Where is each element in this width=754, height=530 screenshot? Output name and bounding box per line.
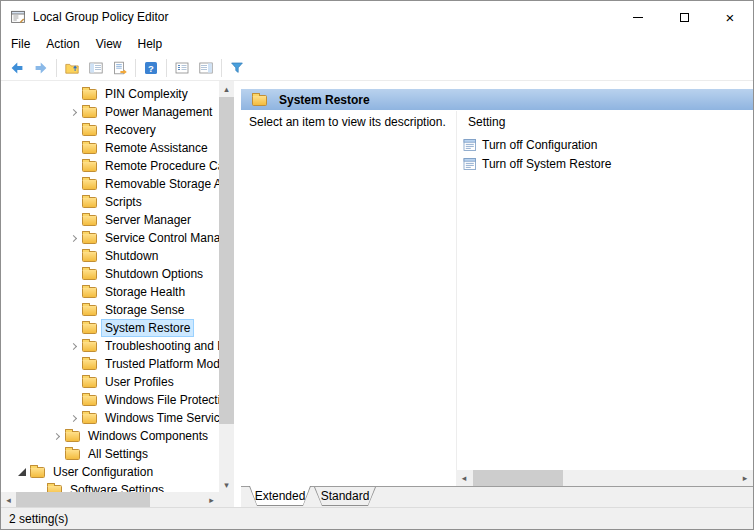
tree-item-all-settings[interactable]: All Settings <box>1 445 219 463</box>
triangle-down-icon: ▾ <box>224 480 229 490</box>
setting-label[interactable]: Turn off Configuration <box>482 138 597 152</box>
tree-item-recovery[interactable]: Recovery <box>1 121 219 139</box>
tree-item-label[interactable]: Removable Storage Ac <box>101 175 219 193</box>
tree-item-label[interactable]: All Settings <box>84 445 152 463</box>
show-hide-action-pane-button[interactable] <box>195 57 217 79</box>
horizontal-scroll-thumb[interactable] <box>473 470 563 486</box>
chevron-collapsed-icon[interactable] <box>65 416 82 421</box>
details-list-button[interactable] <box>171 57 193 79</box>
tree-item-remote-procedure-cal[interactable]: Remote Procedure Cal <box>1 157 219 175</box>
status-text: 2 setting(s) <box>9 512 68 526</box>
tree-item-label[interactable]: Windows Components <box>84 427 212 445</box>
minimize-icon <box>633 17 643 18</box>
tree-item-troubleshooting-and-d[interactable]: Troubleshooting and D <box>1 337 219 355</box>
tree-item-label[interactable]: Recovery <box>101 121 160 139</box>
menu-file[interactable]: File <box>3 34 38 55</box>
scroll-right-button[interactable]: ▸ <box>737 470 753 486</box>
folder-icon <box>82 305 97 316</box>
chevron-collapsed-icon[interactable] <box>65 110 82 115</box>
minimize-button[interactable] <box>615 1 661 33</box>
setting-item[interactable]: Turn off Configuration <box>463 135 751 154</box>
forward-button[interactable] <box>30 57 52 79</box>
tree-item-software-settings[interactable]: Software Settings <box>1 481 219 492</box>
vertical-scroll-thumb[interactable] <box>219 97 234 424</box>
tree-item-remote-assistance[interactable]: Remote Assistance <box>1 139 219 157</box>
tree-item-label[interactable]: Shutdown Options <box>101 265 207 283</box>
tree-item-storage-sense[interactable]: Storage Sense <box>1 301 219 319</box>
back-icon <box>9 60 25 76</box>
chevron-collapsed-icon[interactable] <box>65 236 82 241</box>
results-horizontal-scrollbar[interactable]: ◂ ▸ <box>456 470 753 486</box>
tree-item-shutdown-options[interactable]: Shutdown Options <box>1 265 219 283</box>
tree-item-label[interactable]: Trusted Platform Mod <box>101 355 219 373</box>
chevron-collapsed-icon[interactable] <box>65 344 82 349</box>
setting-label[interactable]: Turn off System Restore <box>482 157 611 171</box>
show-hide-console-tree-button[interactable] <box>85 57 107 79</box>
tree-item-user-configuration[interactable]: User Configuration <box>1 463 219 481</box>
tree-item-label[interactable]: Service Control Manag <box>101 229 219 247</box>
tree-item-label[interactable]: Windows File Protectio <box>101 391 219 409</box>
tree-item-windows-file-protectio[interactable]: Windows File Protectio <box>1 391 219 409</box>
tree-item-label[interactable]: User Profiles <box>101 373 178 391</box>
tree-item-pin-complexity[interactable]: PIN Complexity <box>1 85 219 103</box>
tree-item-service-control-manag[interactable]: Service Control Manag <box>1 229 219 247</box>
window: Local Group Policy Editor × FileActionVi… <box>0 0 754 530</box>
tree-item-system-restore[interactable]: System Restore <box>1 319 219 337</box>
menu-action[interactable]: Action <box>38 34 87 55</box>
close-button[interactable]: × <box>707 1 753 33</box>
folder-icon <box>82 125 97 136</box>
maximize-button[interactable] <box>661 1 707 33</box>
tree-item-label[interactable]: Scripts <box>101 193 146 211</box>
results-header: System Restore <box>241 89 753 110</box>
horizontal-scroll-thumb[interactable] <box>16 492 150 507</box>
tree-vertical-scrollbar[interactable]: ▴ ▾ <box>219 81 234 492</box>
triangle-right-icon: ▸ <box>743 473 748 483</box>
tree-item-scripts[interactable]: Scripts <box>1 193 219 211</box>
tree-item-windows-components[interactable]: Windows Components <box>1 427 219 445</box>
menu-view[interactable]: View <box>88 34 130 55</box>
tree-item-removable-storage-ac[interactable]: Removable Storage Ac <box>1 175 219 193</box>
tree-item-label[interactable]: System Restore <box>101 319 194 337</box>
tree-item-trusted-platform-mod[interactable]: Trusted Platform Mod <box>1 355 219 373</box>
tree-item-label[interactable]: Remote Assistance <box>101 139 212 157</box>
tree-item-label[interactable]: Server Manager <box>101 211 195 229</box>
tree-item-windows-time-service[interactable]: Windows Time Service <box>1 409 219 427</box>
folder-icon <box>82 359 97 370</box>
tree-item-user-profiles[interactable]: User Profiles <box>1 373 219 391</box>
tree-item-shutdown[interactable]: Shutdown <box>1 247 219 265</box>
scroll-up-button[interactable]: ▴ <box>219 81 234 96</box>
tree-item-label[interactable]: Software Settings <box>66 481 168 492</box>
help-button[interactable]: ? <box>140 57 162 79</box>
scroll-right-button[interactable]: ▸ <box>204 492 219 507</box>
tree-item-label[interactable]: Shutdown <box>101 247 162 265</box>
tree-item-label[interactable]: Remote Procedure Cal <box>101 157 219 175</box>
console-tree-pane: PIN ComplexityPower ManagementRecoveryRe… <box>1 81 234 507</box>
tree-item-label[interactable]: User Configuration <box>49 463 157 481</box>
scroll-down-button[interactable]: ▾ <box>219 477 234 492</box>
up-one-level-button[interactable] <box>61 57 83 79</box>
scroll-left-button[interactable]: ◂ <box>1 492 16 507</box>
tree-horizontal-scrollbar[interactable]: ◂ ▸ <box>1 492 219 507</box>
scroll-left-button[interactable]: ◂ <box>456 470 472 486</box>
tree-item-power-management[interactable]: Power Management <box>1 103 219 121</box>
menu-help[interactable]: Help <box>130 34 171 55</box>
setting-item[interactable]: Turn off System Restore <box>463 154 751 173</box>
settings-column-header[interactable]: Setting <box>468 115 505 129</box>
tree-item-label[interactable]: Storage Sense <box>101 301 188 319</box>
chevron-expanded-icon[interactable] <box>13 468 30 476</box>
tree-item-label[interactable]: Power Management <box>101 103 216 121</box>
chevron-collapsed-icon[interactable] <box>48 434 65 439</box>
tree-item-label[interactable]: PIN Complexity <box>101 85 192 103</box>
tree-item-label[interactable]: Storage Health <box>101 283 189 301</box>
tab-extended[interactable]: Extended <box>249 486 311 506</box>
filter-button[interactable] <box>226 57 248 79</box>
tree-item-label[interactable]: Troubleshooting and D <box>101 337 219 355</box>
tree-item-label[interactable]: Windows Time Service <box>101 409 219 427</box>
folder-icon <box>47 485 62 492</box>
tree-item-storage-health[interactable]: Storage Health <box>1 283 219 301</box>
export-list-button[interactable] <box>109 57 131 79</box>
back-button[interactable] <box>6 57 28 79</box>
folder-icon <box>65 449 80 460</box>
tab-standard[interactable]: Standard <box>314 487 376 506</box>
tree-item-server-manager[interactable]: Server Manager <box>1 211 219 229</box>
